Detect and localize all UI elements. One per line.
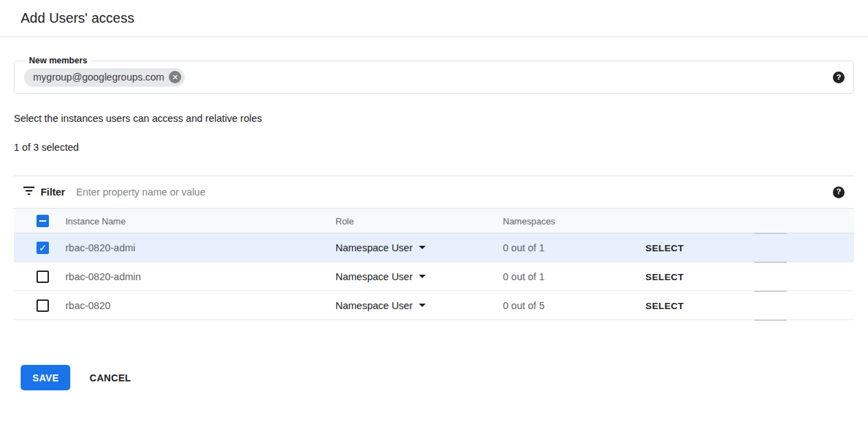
column-divider [754, 291, 787, 292]
table-row[interactable]: ✓ rbac-0820-admi Namespace User 0 out of… [14, 233, 854, 262]
column-header-instance-name: Instance Name [65, 209, 125, 233]
role-dropdown[interactable]: Namespace User [335, 271, 426, 282]
filter-bar[interactable]: Filter ? [14, 176, 854, 208]
instance-name-cell: rbac-0820 [65, 300, 110, 311]
help-icon[interactable]: ? [833, 72, 845, 83]
instance-name-cell: rbac-0820-admi [65, 242, 136, 253]
role-dropdown[interactable]: Namespace User [335, 242, 426, 253]
namespaces-cell: 0 out of 1 [503, 242, 544, 253]
row-checkbox[interactable]: ✓ [37, 299, 49, 312]
role-dropdown[interactable]: Namespace User [335, 300, 426, 311]
column-divider [754, 262, 787, 263]
row-checkbox[interactable]: ✓ [37, 271, 49, 283]
new-members-label: New members [25, 55, 91, 67]
instructions-text: Select the instances users can access an… [14, 113, 262, 124]
column-header-namespaces: Namespaces [503, 209, 555, 233]
selection-summary: 1 of 3 selected [14, 142, 79, 153]
filter-label: Filter [41, 187, 65, 198]
member-chip-label: mygroup@googlegroups.com [33, 72, 164, 83]
select-button[interactable]: SELECT [644, 238, 685, 257]
namespaces-cell: 0 out of 1 [503, 271, 544, 282]
arrow-drop-down-icon [419, 275, 426, 278]
page-title: Add Users' access [21, 10, 134, 26]
help-icon[interactable]: ? [833, 187, 845, 198]
select-button[interactable]: SELECT [644, 296, 685, 315]
filter-list-icon [23, 186, 34, 198]
filter-input[interactable] [76, 187, 833, 198]
row-checkbox[interactable]: ✓ [37, 242, 49, 254]
close-icon[interactable]: ✕ [169, 71, 181, 83]
table-row[interactable]: ✓ rbac-0820 Namespace User 0 out of 5 SE… [14, 291, 854, 320]
add-users-access-dialog: Add Users' access New members mygroup@go… [0, 0, 868, 422]
column-divider [754, 319, 787, 321]
select-button[interactable]: SELECT [644, 267, 685, 286]
column-divider [754, 233, 787, 234]
save-button[interactable]: SAVE [21, 365, 70, 390]
member-chip[interactable]: mygroup@googlegroups.com ✕ [24, 68, 185, 87]
cancel-button[interactable]: CANCEL [88, 365, 132, 390]
column-header-role: Role [335, 209, 354, 233]
table-row[interactable]: ✓ rbac-0820-admin Namespace User 0 out o… [14, 262, 854, 291]
checkmark-icon: ✓ [39, 243, 47, 253]
title-divider [0, 36, 868, 37]
role-value: Namespace User [335, 242, 413, 253]
role-value: Namespace User [335, 271, 413, 282]
namespaces-cell: 0 out of 5 [503, 300, 544, 311]
instance-name-cell: rbac-0820-admin [65, 271, 141, 282]
arrow-drop-down-icon [419, 304, 426, 307]
role-value: Namespace User [335, 300, 413, 311]
new-members-field[interactable]: New members mygroup@googlegroups.com ✕ ? [14, 61, 854, 94]
table-header-row: Instance Name Role Namespaces [14, 209, 854, 233]
arrow-drop-down-icon [419, 246, 426, 249]
select-all-checkbox[interactable] [37, 215, 49, 227]
instances-table: Instance Name Role Namespaces ✓ rbac-082… [14, 208, 854, 320]
